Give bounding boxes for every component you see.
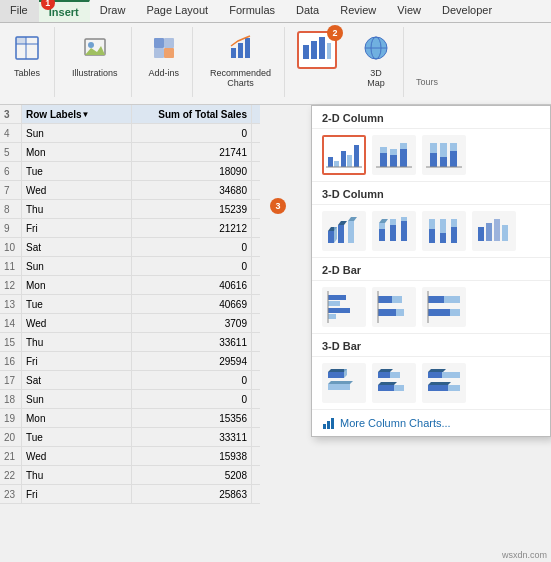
ribbon-body: Tables Illustrations: [0, 23, 551, 105]
cell-label-10[interactable]: Wed: [22, 314, 132, 332]
cell-value-17[interactable]: 15938: [132, 447, 252, 465]
chart-2d-stacked-column[interactable]: [372, 135, 416, 175]
cell-value-2[interactable]: 18090: [132, 162, 252, 180]
chart-2d-100stacked-bar[interactable]: [422, 287, 466, 327]
chart-3d-column[interactable]: [472, 211, 516, 251]
tab-developer[interactable]: Developer: [432, 0, 503, 22]
chart-column-button[interactable]: 2: [297, 31, 337, 69]
cell-value-10[interactable]: 3709: [132, 314, 252, 332]
tab-draw[interactable]: Draw: [90, 0, 137, 22]
header-label-cell[interactable]: Row Labels ▼: [22, 105, 132, 123]
addins-button[interactable]: Add-ins: [144, 31, 185, 81]
addins-label: Add-ins: [149, 68, 180, 78]
2d-column-charts-row: [312, 129, 550, 182]
svg-rect-15: [311, 41, 317, 59]
cell-label-9[interactable]: Tue: [22, 295, 132, 313]
more-charts-label: More Column Charts...: [340, 417, 451, 429]
cell-value-5[interactable]: 21212: [132, 219, 252, 237]
table-row: 12 Mon 40616: [0, 276, 260, 295]
cell-label-15[interactable]: Mon: [22, 409, 132, 427]
svg-rect-88: [378, 385, 394, 391]
chart-2d-100stacked-column[interactable]: [422, 135, 466, 175]
tab-page-layout[interactable]: Page Layout: [136, 0, 219, 22]
header-value-cell[interactable]: Sum of Total Sales: [132, 105, 252, 123]
cell-value-12[interactable]: 29594: [132, 352, 252, 370]
cell-label-2[interactable]: Tue: [22, 162, 132, 180]
tab-insert[interactable]: Insert 1: [39, 0, 90, 22]
cell-value-14[interactable]: 0: [132, 390, 252, 408]
cell-label-13[interactable]: Sat: [22, 371, 132, 389]
tours-label: Tours: [416, 77, 438, 87]
chart-3d-clustered-bar[interactable]: [322, 363, 366, 403]
svg-rect-11: [231, 48, 236, 58]
cell-label-6[interactable]: Sat: [22, 238, 132, 256]
cell-value-19[interactable]: 25863: [132, 485, 252, 503]
chart-3d-clustered-column[interactable]: [322, 211, 366, 251]
cell-value-15[interactable]: 15356: [132, 409, 252, 427]
cell-label-18[interactable]: Thu: [22, 466, 132, 484]
cell-value-11[interactable]: 33611: [132, 333, 252, 351]
cell-label-16[interactable]: Tue: [22, 428, 132, 446]
svg-point-5: [88, 42, 94, 48]
table-row: 19 Mon 15356: [0, 409, 260, 428]
cell-value-6[interactable]: 0: [132, 238, 252, 256]
chart-3d-stacked-bar[interactable]: [372, 363, 416, 403]
cell-value-16[interactable]: 33311: [132, 428, 252, 446]
cell-label-19[interactable]: Fri: [22, 485, 132, 503]
tab-data[interactable]: Data: [286, 0, 330, 22]
chart-3d-100stacked-bar[interactable]: [422, 363, 466, 403]
table-row: 17 Sat 0: [0, 371, 260, 390]
recommended-charts-label: RecommendedCharts: [210, 68, 271, 88]
tab-review[interactable]: Review: [330, 0, 387, 22]
cell-label-8[interactable]: Mon: [22, 276, 132, 294]
cell-label-5[interactable]: Fri: [22, 219, 132, 237]
cell-label-3[interactable]: Wed: [22, 181, 132, 199]
illustrations-button[interactable]: Illustrations: [67, 31, 123, 81]
svg-rect-48: [379, 229, 385, 241]
svg-rect-61: [478, 227, 484, 241]
tables-button[interactable]: Tables: [8, 31, 46, 81]
cell-label-7[interactable]: Sun: [22, 257, 132, 275]
cell-value-0[interactable]: 0: [132, 124, 252, 142]
chart-2d-clustered-column[interactable]: [322, 135, 366, 175]
chart-3d-stacked-column[interactable]: [372, 211, 416, 251]
cell-label-0[interactable]: Sun: [22, 124, 132, 142]
section-2d-bar: 2-D Bar: [312, 258, 550, 281]
recommended-charts-button[interactable]: RecommendedCharts: [205, 31, 276, 91]
cell-value-1[interactable]: 21741: [132, 143, 252, 161]
cell-label-17[interactable]: Wed: [22, 447, 132, 465]
svg-rect-3: [16, 37, 26, 44]
sheet-container: 3 Row Labels ▼ Sum of Total Sales 4 Sun …: [0, 105, 260, 504]
svg-rect-66: [328, 301, 340, 306]
cell-label-14[interactable]: Sun: [22, 390, 132, 408]
cell-value-13[interactable]: 0: [132, 371, 252, 389]
svg-rect-13: [245, 38, 250, 58]
cell-label-4[interactable]: Thu: [22, 200, 132, 218]
tab-file[interactable]: File: [0, 0, 39, 22]
chart-2d-stacked-bar[interactable]: [372, 287, 416, 327]
chart-2d-clustered-bar[interactable]: [322, 287, 366, 327]
badge-3: 3: [270, 198, 286, 214]
tab-formulas[interactable]: Formulas: [219, 0, 286, 22]
cell-value-9[interactable]: 40669: [132, 295, 252, 313]
tab-view[interactable]: View: [387, 0, 432, 22]
cell-value-18[interactable]: 5208: [132, 466, 252, 484]
svg-rect-51: [390, 225, 396, 241]
svg-rect-7: [154, 38, 164, 48]
more-column-charts-link[interactable]: More Column Charts...: [312, 410, 550, 436]
svg-marker-84: [328, 381, 353, 384]
spreadsheet-area: 3 Row Labels ▼ Sum of Total Sales 4 Sun …: [0, 105, 551, 504]
cell-value-3[interactable]: 34680: [132, 181, 252, 199]
cell-label-1[interactable]: Mon: [22, 143, 132, 161]
cell-label-11[interactable]: Thu: [22, 333, 132, 351]
svg-rect-64: [502, 225, 508, 241]
svg-rect-60: [451, 219, 457, 227]
3dmap-button[interactable]: 3DMap: [357, 31, 395, 91]
cell-label-12[interactable]: Fri: [22, 352, 132, 370]
cell-value-7[interactable]: 0: [132, 257, 252, 275]
cell-value-4[interactable]: 15239: [132, 200, 252, 218]
illustrations-label: Illustrations: [72, 68, 118, 78]
cell-value-8[interactable]: 40616: [132, 276, 252, 294]
chart-3d-100stacked-column[interactable]: [422, 211, 466, 251]
svg-rect-62: [486, 223, 492, 241]
